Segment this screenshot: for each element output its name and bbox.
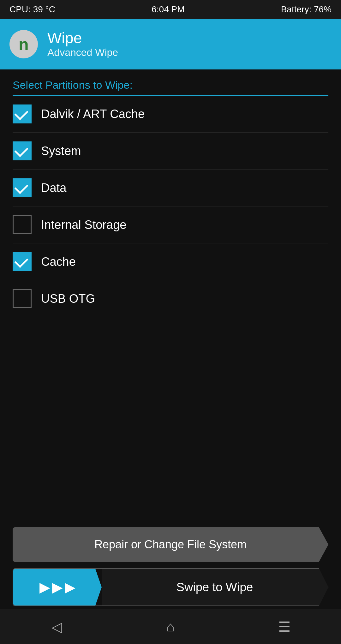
checkbox-usb-otg[interactable]	[13, 289, 32, 308]
partition-item[interactable]: USB OTG	[13, 280, 328, 317]
menu-button[interactable]: ☰	[272, 614, 297, 639]
checkbox-system[interactable]	[13, 141, 32, 160]
section-title: Select Partitions to Wipe:	[13, 79, 328, 96]
partition-item[interactable]: Data	[13, 170, 328, 206]
partition-label: Data	[41, 181, 66, 195]
repair-button[interactable]: Repair or Change File System	[13, 527, 328, 562]
swipe-button[interactable]: ▶ ▶ ▶ Swipe to Wipe	[13, 568, 328, 606]
time-status: 6:04 PM	[152, 4, 184, 15]
back-button[interactable]: ◁	[44, 614, 69, 639]
app-title: Wipe	[47, 30, 118, 47]
partition-item[interactable]: Cache	[13, 243, 328, 280]
battery-status: Battery: 76%	[281, 4, 332, 15]
app-bar: n Wipe Advanced Wipe	[0, 19, 341, 69]
nav-bar: ◁ ⌂ ☰	[0, 609, 341, 644]
partition-label: Cache	[41, 255, 76, 269]
partition-item[interactable]: System	[13, 133, 328, 170]
swipe-label: Swipe to Wipe	[102, 569, 328, 605]
cpu-status: CPU: 39 °C	[9, 4, 55, 15]
checkbox-data[interactable]	[13, 178, 32, 197]
checkbox-internal-storage[interactable]	[13, 215, 32, 234]
main-content: Select Partitions to Wipe: Dalvik / ART …	[0, 69, 341, 317]
arrow-icon-3: ▶	[65, 580, 75, 594]
app-subtitle: Advanced Wipe	[47, 47, 118, 58]
status-bar: CPU: 39 °C 6:04 PM Battery: 76%	[0, 0, 341, 19]
bottom-section: Repair or Change File System ▶ ▶ ▶ Swipe…	[0, 527, 341, 606]
partition-label: Dalvik / ART Cache	[41, 107, 145, 121]
app-icon-letter: n	[19, 35, 29, 54]
partition-label: Internal Storage	[41, 218, 126, 232]
arrow-icon-2: ▶	[52, 580, 63, 594]
partition-list: Dalvik / ART CacheSystemDataInternal Sto…	[13, 96, 328, 317]
partition-item[interactable]: Dalvik / ART Cache	[13, 96, 328, 133]
home-button[interactable]: ⌂	[158, 614, 183, 639]
partition-item[interactable]: Internal Storage	[13, 206, 328, 243]
partition-label: USB OTG	[41, 292, 95, 306]
app-icon: n	[9, 30, 38, 58]
checkbox-cache[interactable]	[13, 252, 32, 271]
swipe-handle: ▶ ▶ ▶	[13, 569, 102, 605]
partition-label: System	[41, 144, 81, 158]
app-title-block: Wipe Advanced Wipe	[47, 30, 118, 58]
arrow-icon-1: ▶	[39, 580, 50, 594]
checkbox-dalvik-/-art-cache[interactable]	[13, 104, 32, 123]
